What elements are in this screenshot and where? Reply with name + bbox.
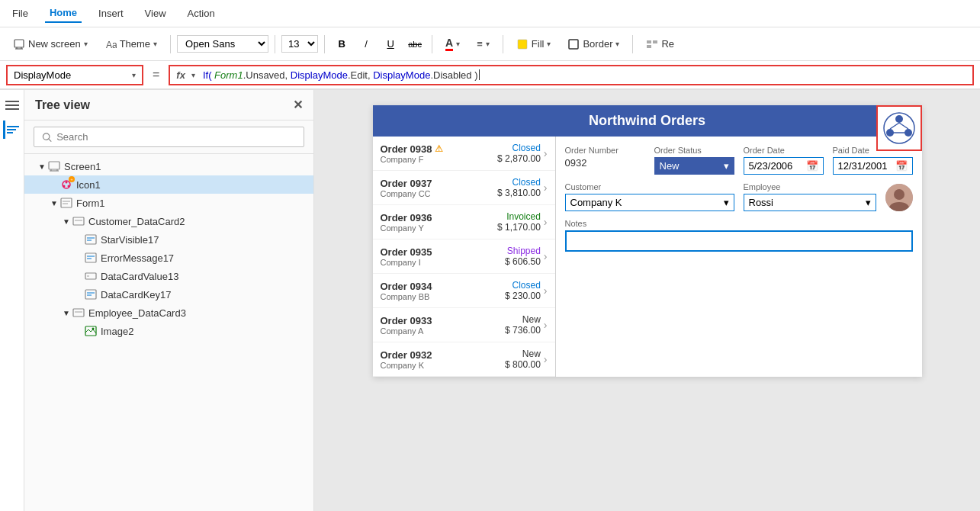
svg-point-19 bbox=[63, 185, 66, 188]
menu-view[interactable]: View bbox=[140, 5, 171, 22]
tree-item-customer-dc2[interactable]: ▼ Customer_DataCard2 bbox=[24, 212, 313, 230]
order-amount-0934: $ 230.00 bbox=[505, 291, 541, 301]
order-status-select[interactable]: New ▾ bbox=[654, 157, 734, 175]
order-amount-0938: $ 2,870.00 bbox=[497, 153, 541, 164]
formula-name-box[interactable]: DisplayMode ▾ bbox=[6, 65, 143, 85]
search-input-wrap[interactable] bbox=[34, 127, 304, 147]
tree-label-datacardkey17: DataCardKey17 bbox=[101, 289, 172, 300]
order-number-value: 0932 bbox=[565, 157, 645, 169]
theme-button[interactable]: Aa Theme ▾ bbox=[98, 34, 164, 54]
tree-item-form1[interactable]: ▼ Form1 bbox=[24, 194, 313, 212]
form-icon bbox=[59, 196, 73, 210]
order-info-0932: Order 0932 Company K bbox=[381, 349, 506, 370]
chevron-right-0935: › bbox=[544, 250, 548, 262]
tree-item-employee-dc3[interactable]: ▼ Employee_DataCard3 bbox=[24, 304, 313, 322]
order-row-0934[interactable]: Order 0934 Company BB Closed $ 230.00 › bbox=[373, 274, 555, 308]
order-status-0935: Shipped bbox=[505, 246, 541, 256]
edit-icon-star bbox=[84, 233, 98, 246]
svg-rect-5 bbox=[518, 40, 527, 49]
status-select-chevron: ▾ bbox=[724, 160, 729, 172]
font-color-button[interactable]: A ▾ bbox=[439, 33, 467, 55]
bold-button[interactable]: B bbox=[331, 34, 352, 55]
new-screen-button[interactable]: New screen ▾ bbox=[6, 34, 95, 54]
customer-select[interactable]: Company K ▾ bbox=[565, 194, 734, 211]
strikethrough-button[interactable]: abc bbox=[404, 34, 426, 55]
font-size-select[interactable]: 13 bbox=[281, 35, 318, 53]
order-row-0937[interactable]: Order 0937 Company CC Closed $ 3,810.00 … bbox=[373, 171, 555, 205]
tree-close-button[interactable]: ✕ bbox=[293, 98, 303, 112]
name-box-chevron: ▾ bbox=[132, 71, 136, 79]
order-num-0934: Order 0934 bbox=[381, 281, 506, 292]
screen-icon bbox=[47, 159, 61, 173]
order-row-0936[interactable]: Order 0936 Company Y Invoiced $ 1,170.00… bbox=[373, 205, 555, 239]
order-date-input[interactable]: 5/23/2006 📅 bbox=[744, 157, 824, 175]
tree-label-image2: Image2 bbox=[101, 326, 133, 337]
svg-rect-12 bbox=[49, 162, 59, 169]
tree-item-datacardvalue13[interactable]: DataCardValue13 bbox=[24, 267, 313, 285]
font-family-select[interactable]: Open Sans bbox=[177, 35, 268, 53]
italic-button[interactable]: / bbox=[355, 34, 377, 55]
search-input[interactable] bbox=[56, 131, 296, 143]
theme-icon: Aa bbox=[104, 38, 117, 50]
tree-item-screen1[interactable]: ▼ Screen1 bbox=[24, 157, 313, 175]
hamburger-icon-button[interactable] bbox=[3, 96, 21, 114]
order-amount-0935: $ 606.50 bbox=[505, 256, 541, 267]
order-num-0938: Order 0938 ⚠ bbox=[381, 143, 498, 155]
tree-label-form1: Form1 bbox=[76, 198, 105, 209]
tree-item-icon1[interactable]: + Icon1 bbox=[24, 175, 313, 194]
menu-action[interactable]: Action bbox=[183, 5, 220, 22]
order-row-0933[interactable]: Order 0933 Company A New $ 736.00 › bbox=[373, 308, 555, 342]
tree-arrow-form1: ▼ bbox=[49, 199, 59, 207]
app-title: Northwind Orders bbox=[589, 113, 705, 128]
layers-icon-button[interactable] bbox=[3, 121, 21, 139]
notes-input[interactable] bbox=[565, 230, 913, 252]
layers-icon bbox=[7, 126, 19, 133]
order-info-0938: Order 0938 ⚠ Company F bbox=[381, 143, 498, 164]
app-header: Northwind Orders bbox=[373, 105, 922, 137]
order-row-0932[interactable]: Order 0932 Company K New $ 800.00 › bbox=[373, 342, 555, 377]
toolbar-sep-3 bbox=[324, 35, 325, 53]
tree-item-errormsg17[interactable]: ErrorMessage17 bbox=[24, 249, 313, 267]
reorder-button[interactable]: Re bbox=[639, 34, 681, 54]
icon1-icon: + bbox=[59, 178, 73, 191]
border-button[interactable]: Border ▾ bbox=[561, 34, 626, 54]
order-status-0938: Closed bbox=[497, 143, 541, 153]
employee-label: Employee bbox=[744, 182, 876, 191]
tree-item-datacardkey17[interactable]: DataCardKey17 bbox=[24, 285, 313, 304]
fill-icon bbox=[516, 38, 529, 50]
tree-item-image2[interactable]: Image2 bbox=[24, 322, 313, 340]
border-icon bbox=[567, 38, 580, 50]
notes-label: Notes bbox=[565, 219, 913, 228]
formula-input-box[interactable]: fx ▾ If( Form1 .Unsaved, DisplayMode .Ed… bbox=[169, 65, 974, 85]
sidebar-icons bbox=[0, 90, 24, 511]
fill-button[interactable]: Fill ▾ bbox=[509, 34, 558, 54]
toolbar-sep-1 bbox=[170, 35, 171, 53]
menu-insert[interactable]: Insert bbox=[94, 5, 128, 22]
menu-file[interactable]: File bbox=[8, 5, 33, 22]
order-status-0934: Closed bbox=[505, 280, 541, 291]
tree-label-datacardvalue13: DataCardValue13 bbox=[101, 271, 178, 282]
icon-overlay[interactable] bbox=[876, 105, 922, 151]
order-info-0933: Order 0933 Company A bbox=[381, 315, 506, 336]
tree-item-starvisible17[interactable]: StarVisible17 bbox=[24, 230, 313, 249]
employee-select[interactable]: Rossi ▾ bbox=[744, 194, 876, 211]
customer-label: Customer bbox=[565, 182, 734, 191]
menu-home[interactable]: Home bbox=[45, 4, 82, 23]
order-right-0937: Closed $ 3,810.00 bbox=[497, 177, 541, 198]
order-status-0937: Closed bbox=[497, 177, 541, 188]
underline-button[interactable]: U bbox=[380, 34, 401, 55]
order-row-0938[interactable]: Order 0938 ⚠ Company F Closed $ 2,870.00… bbox=[373, 137, 555, 171]
order-row-0935[interactable]: Order 0935 Company I Shipped $ 606.50 › bbox=[373, 239, 555, 274]
svg-rect-36 bbox=[73, 309, 84, 317]
order-info-0936: Order 0936 Company Y bbox=[381, 212, 498, 233]
detail-row-1: Order Number 0932 Order Status New ▾ Ord… bbox=[565, 146, 913, 175]
fx-label: fx bbox=[176, 69, 185, 81]
warn-icon-0938: ⚠ bbox=[435, 143, 443, 154]
paid-date-input[interactable]: 12/31/2001 📅 bbox=[833, 157, 913, 175]
chevron-right-0933: › bbox=[544, 319, 548, 331]
svg-rect-28 bbox=[85, 253, 96, 262]
svg-point-18 bbox=[68, 185, 70, 188]
order-number-label: Order Number bbox=[565, 146, 645, 155]
svg-text:Aa: Aa bbox=[106, 40, 117, 50]
align-button[interactable]: ≡ ▾ bbox=[470, 34, 496, 53]
